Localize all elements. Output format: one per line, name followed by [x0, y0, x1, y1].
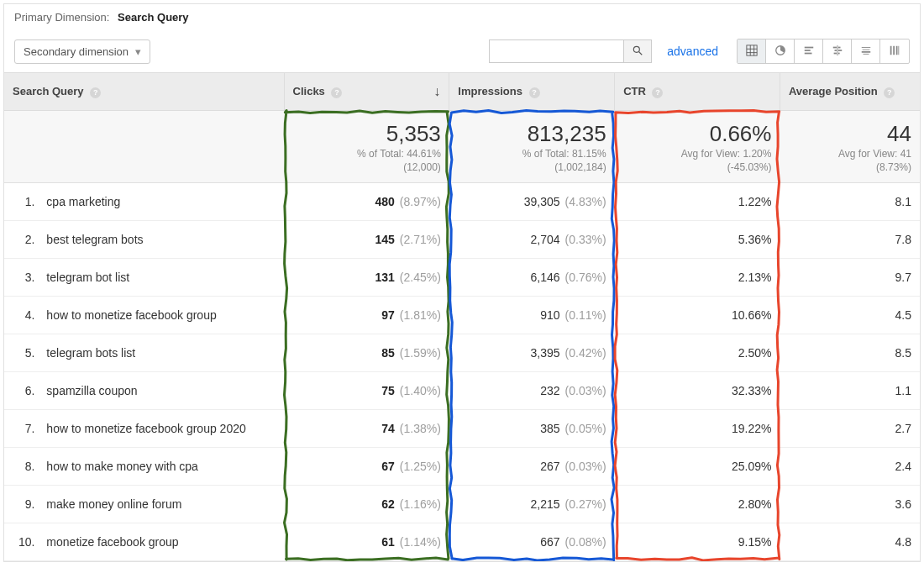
report-panel: Primary Dimension: Search Query Secondar… — [3, 3, 921, 562]
row-query: cpa marketing — [38, 182, 284, 220]
controls-row: Secondary dimension ▾ advanced — [4, 30, 920, 72]
row-impressions: 3,395(0.42%) — [449, 334, 615, 371]
summary-clicks-sub1: % of Total: 44.61% — [292, 147, 441, 160]
summary-ctr-total: 0.66% — [623, 121, 772, 147]
row-index: 9. — [4, 485, 38, 523]
view-table-button[interactable] — [738, 39, 766, 63]
view-termcloud-button[interactable] — [852, 39, 880, 63]
svg-rect-14 — [834, 50, 837, 51]
svg-point-0 — [634, 46, 640, 52]
table-row[interactable]: 10. monetize facebook group 61(1.14%) 66… — [4, 523, 920, 560]
search-input[interactable] — [489, 39, 623, 63]
row-index: 10. — [4, 523, 38, 560]
view-performance-button[interactable] — [795, 39, 823, 63]
row-query: best telegram bots — [38, 220, 284, 258]
table-row[interactable]: 8. how to make money with cpa 67(1.25%) … — [4, 447, 920, 485]
help-icon[interactable]: ? — [529, 87, 540, 98]
col-clicks[interactable]: Clicks ? ↓ — [284, 73, 449, 111]
row-index: 3. — [4, 258, 38, 296]
help-icon[interactable]: ? — [90, 87, 101, 98]
row-impressions: 2,215(0.27%) — [449, 485, 615, 523]
row-clicks: 62(1.16%) — [284, 485, 449, 523]
table-row[interactable]: 1. cpa marketing 480(8.97%) 39,305(4.83%… — [4, 182, 920, 220]
row-index: 2. — [4, 220, 38, 258]
primary-dimension-row: Primary Dimension: Search Query — [4, 4, 920, 30]
svg-rect-12 — [832, 46, 836, 48]
row-ctr: 19.22% — [615, 409, 780, 447]
row-index: 6. — [4, 371, 38, 409]
svg-rect-24 — [896, 45, 898, 55]
svg-rect-23 — [893, 45, 895, 55]
table-wrap: Search Query ? Clicks ? ↓ Impressions ? … — [4, 72, 920, 561]
table-row[interactable]: 9. make money online forum 62(1.16%) 2,2… — [4, 485, 920, 523]
row-impressions: 39,305(4.83%) — [449, 182, 615, 220]
row-impressions: 267(0.03%) — [449, 447, 615, 485]
bar-chart-icon — [803, 45, 815, 59]
pivot-icon — [889, 45, 900, 59]
advanced-link[interactable]: advanced — [667, 45, 718, 58]
row-clicks: 67(1.25%) — [284, 447, 449, 485]
summary-impressions-sub2: (1,002,184) — [458, 160, 606, 174]
col-ctr[interactable]: CTR ? — [615, 73, 780, 111]
row-avg-position: 4.8 — [780, 523, 920, 560]
col-clicks-label: Clicks — [293, 85, 325, 97]
col-impressions[interactable]: Impressions ? — [449, 73, 615, 111]
view-pie-button[interactable] — [766, 39, 795, 63]
pie-chart-icon — [774, 45, 786, 59]
table-row[interactable]: 2. best telegram bots 145(2.71%) 2,704(0… — [4, 220, 920, 258]
row-ctr: 25.09% — [615, 447, 780, 485]
svg-rect-15 — [837, 50, 841, 51]
row-avg-position: 8.1 — [780, 182, 920, 220]
row-avg-position: 8.5 — [780, 334, 920, 371]
secondary-dimension-dropdown[interactable]: Secondary dimension ▾ — [14, 39, 150, 64]
row-query: telegram bots list — [38, 334, 284, 371]
row-query: monetize facebook group — [38, 523, 284, 560]
row-query: how to monetize facebook group — [38, 296, 284, 334]
secondary-dimension-label: Secondary dimension — [24, 45, 129, 58]
primary-dimension-label: Primary Dimension: — [14, 11, 109, 24]
table-row[interactable]: 7. how to monetize facebook group 2020 7… — [4, 409, 920, 447]
row-avg-position: 2.7 — [780, 409, 920, 447]
comparison-icon — [832, 45, 843, 59]
row-query: how to make money with cpa — [38, 447, 284, 485]
table-row[interactable]: 3. telegram bot list 131(2.45%) 6,146(0.… — [4, 258, 920, 296]
row-query: make money online forum — [38, 485, 284, 523]
row-index: 5. — [4, 334, 38, 371]
help-icon[interactable]: ? — [884, 87, 895, 98]
primary-dimension-tab[interactable]: Search Query — [113, 11, 189, 30]
row-impressions: 6,146(0.76%) — [449, 258, 615, 296]
help-icon[interactable]: ? — [652, 87, 663, 98]
summary-clicks-total: 5,353 — [292, 121, 441, 147]
summary-row: 5,353 % of Total: 44.61% (12,000) 813,23… — [4, 110, 920, 182]
row-clicks: 131(2.45%) — [284, 258, 449, 296]
col-avg-position[interactable]: Average Position ? — [780, 73, 920, 111]
table-row[interactable]: 6. spamzilla coupon 75(1.40%) 232(0.03%)… — [4, 371, 920, 409]
table-header-row: Search Query ? Clicks ? ↓ Impressions ? … — [4, 73, 920, 111]
search-button[interactable] — [623, 39, 652, 63]
view-toggle-group — [737, 39, 910, 64]
row-index: 4. — [4, 296, 38, 334]
row-avg-position: 1.1 — [780, 371, 920, 409]
row-impressions: 667(0.08%) — [449, 523, 615, 560]
data-table: Search Query ? Clicks ? ↓ Impressions ? … — [4, 72, 920, 561]
col-search-query[interactable]: Search Query ? — [4, 73, 284, 111]
table-row[interactable]: 4. how to monetize facebook group 97(1.8… — [4, 296, 920, 334]
svg-rect-10 — [804, 52, 811, 54]
summary-avg-total: 44 — [788, 121, 911, 147]
row-clicks: 74(1.38%) — [284, 409, 449, 447]
row-clicks: 145(2.71%) — [284, 220, 449, 258]
summary-clicks-sub2: (12,000) — [292, 160, 441, 174]
table-icon — [746, 45, 758, 59]
view-pivot-button[interactable] — [880, 39, 909, 63]
search-icon — [632, 45, 643, 59]
svg-rect-2 — [746, 45, 756, 55]
table-row[interactable]: 5. telegram bots list 85(1.59%) 3,395(0.… — [4, 334, 920, 371]
row-ctr: 10.66% — [615, 296, 780, 334]
help-icon[interactable]: ? — [331, 87, 342, 98]
view-comparison-button[interactable] — [823, 39, 852, 63]
summary-impressions: 813,235 % of Total: 81.15% (1,002,184) — [449, 110, 615, 182]
summary-impressions-sub1: % of Total: 81.15% — [458, 147, 606, 160]
search-box — [489, 39, 652, 63]
summary-avg-sub2: (8.73%) — [788, 160, 911, 174]
svg-rect-22 — [890, 45, 892, 55]
